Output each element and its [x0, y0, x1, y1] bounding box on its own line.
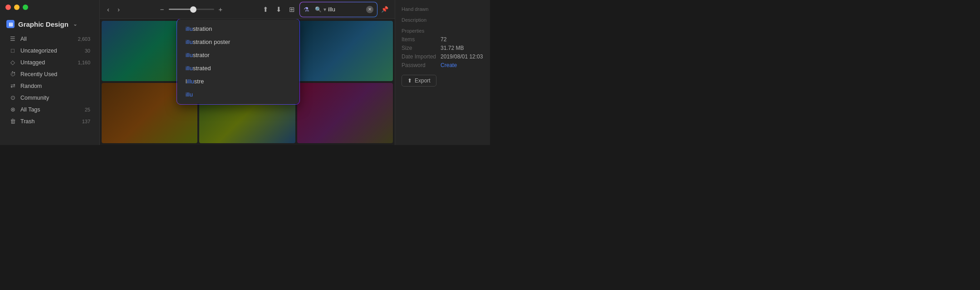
suffix-stration: stration [193, 25, 212, 32]
sidebar-title-label: Graphic Design [18, 20, 69, 28]
right-panel: Hand drawn Description Properties Items … [395, 0, 490, 145]
properties-label: Properties [402, 28, 484, 34]
highlight-illu-4: illu [186, 65, 193, 72]
sidebar-item-community-label: Community [20, 95, 90, 101]
sidebar-item-uncategorized-label: Uncategorized [20, 48, 81, 54]
search-clear-button[interactable]: ✕ [366, 6, 373, 13]
trash-icon: 🗑 [9, 118, 16, 125]
sidebar-item-uncategorized[interactable]: □ Uncategorized 30 [3, 45, 97, 56]
dropdown-item-lillustre[interactable]: lillustre [177, 75, 299, 88]
zoom-slider[interactable] [169, 9, 214, 10]
highlight-illu-6: illu [186, 91, 193, 98]
dropdown-item-illustration-poster[interactable]: illustration poster [177, 35, 299, 48]
password-label: Password [402, 62, 436, 68]
sidebar: ▤ Graphic Design ⌄ ☰ All 2,603 □ Uncateg… [0, 0, 100, 145]
search-dropdown: illustration illustration poster illustr… [177, 19, 299, 104]
all-tags-icon: ⊗ [9, 106, 16, 113]
password-create-link[interactable]: Create [441, 62, 484, 68]
pin-button[interactable]: 📌 [379, 4, 390, 14]
search-box: 🔍 ▾ ✕ [312, 3, 376, 16]
sidebar-item-random-label: Random [20, 83, 90, 89]
sidebar-title[interactable]: ▤ Graphic Design ⌄ [0, 17, 99, 33]
hand-drawn-label: Hand drawn [402, 6, 484, 12]
back-button[interactable]: ‹ [104, 4, 112, 15]
highlight-illu-2: illu [186, 39, 193, 45]
search-dropdown-indicator[interactable]: ▾ [323, 6, 326, 13]
grid-view-button[interactable]: ⊞ [286, 4, 298, 15]
suffix-stre: stre [194, 78, 204, 85]
zoom-in-button[interactable]: + [216, 4, 225, 15]
sidebar-item-trash-count: 137 [82, 119, 90, 124]
suffix-stration-poster: stration poster [193, 39, 230, 45]
sidebar-item-uncategorized-count: 30 [85, 48, 90, 53]
panel-properties: Properties Items 72 Size 31.72 MB Date I… [402, 28, 484, 68]
titlebar [0, 0, 100, 14]
sidebar-item-all-label: All [20, 36, 74, 42]
highlight-illu-5: illu [187, 78, 194, 85]
items-label: Items [402, 36, 436, 43]
search-group: ⚗ 🔍 ▾ ✕ [299, 2, 377, 17]
minimize-button[interactable] [14, 5, 20, 10]
sidebar-item-untagged[interactable]: ◇ Untagged 1,160 [3, 57, 97, 68]
dropdown-item-illustration[interactable]: illustration [177, 22, 299, 35]
search-input[interactable] [328, 6, 364, 13]
sidebar-item-all-tags-count: 25 [85, 107, 90, 112]
share-button[interactable]: ⬆ [260, 4, 271, 15]
export-icon: ⬆ [407, 77, 412, 84]
sidebar-item-trash[interactable]: 🗑 Trash 137 [3, 116, 97, 127]
search-icon: 🔍 [315, 6, 322, 13]
close-button[interactable] [5, 5, 11, 10]
zoom-control: − + [125, 4, 257, 15]
sidebar-item-recently-used-label: Recently Used [20, 71, 90, 77]
date-value: 2019/08/01 12:03 [441, 53, 484, 60]
uncategorized-icon: □ [9, 47, 16, 54]
sidebar-item-all-tags[interactable]: ⊗ All Tags 25 [3, 104, 97, 115]
description-label: Description [402, 17, 484, 23]
toolbar: ‹ › − + ⬆ ⬇ ⊞ ⚗ 🔍 ▾ ✕ 📌 [100, 0, 395, 19]
suffix-strator: strator [193, 52, 210, 58]
filter-button[interactable]: ⚗ [301, 4, 312, 15]
untagged-icon: ◇ [9, 59, 16, 66]
dropdown-item-illu[interactable]: illu [177, 88, 299, 101]
suffix-strated: strated [193, 65, 211, 72]
panel-description: Description [402, 17, 484, 24]
sidebar-item-all[interactable]: ☰ All 2,603 [3, 33, 97, 44]
recently-used-icon: ⏱ [9, 71, 16, 77]
highlight-illu: illu [186, 25, 193, 32]
items-value: 72 [441, 36, 484, 43]
panel-hand-drawn: Hand drawn [402, 6, 484, 13]
sidebar-item-all-count: 2,603 [78, 36, 90, 42]
collection-icon: ▤ [6, 20, 15, 28]
all-icon: ☰ [9, 35, 16, 42]
size-label: Size [402, 45, 436, 51]
download-button[interactable]: ⬇ [273, 4, 284, 15]
grid-item-6[interactable] [297, 83, 393, 143]
grid-item-3[interactable] [297, 21, 393, 81]
random-icon: ⇄ [9, 82, 16, 89]
sidebar-item-untagged-label: Untagged [20, 59, 74, 66]
sidebar-item-recently-used[interactable]: ⏱ Recently Used [3, 68, 97, 80]
forward-button[interactable]: › [115, 4, 122, 15]
sidebar-item-all-tags-label: All Tags [20, 106, 81, 113]
sidebar-item-trash-label: Trash [20, 118, 78, 125]
dropdown-item-illustrated[interactable]: illustrated [177, 62, 299, 75]
sidebar-item-untagged-count: 1,160 [78, 60, 90, 65]
content-area: illustration illustration poster illustr… [100, 19, 395, 145]
community-icon: ⊙ [9, 94, 16, 101]
chevron-down-icon: ⌄ [73, 21, 77, 27]
size-value: 31.72 MB [441, 45, 484, 51]
sidebar-item-community[interactable]: ⊙ Community [3, 92, 97, 103]
date-label: Date Imported [402, 53, 436, 60]
properties-grid: Items 72 Size 31.72 MB Date Imported 201… [402, 36, 484, 68]
toolbar-right: ⬆ ⬇ ⊞ ⚗ 🔍 ▾ ✕ 📌 [260, 2, 390, 17]
main-area: ‹ › − + ⬆ ⬇ ⊞ ⚗ 🔍 ▾ ✕ 📌 [100, 0, 395, 145]
dropdown-item-illustrator[interactable]: illustrator [177, 48, 299, 62]
zoom-out-button[interactable]: − [157, 4, 167, 15]
highlight-illu-3: illu [186, 52, 193, 58]
sidebar-item-random[interactable]: ⇄ Random [3, 80, 97, 92]
export-label: Export [415, 77, 431, 84]
maximize-button[interactable] [23, 5, 28, 10]
export-button[interactable]: ⬆ Export [402, 75, 436, 87]
